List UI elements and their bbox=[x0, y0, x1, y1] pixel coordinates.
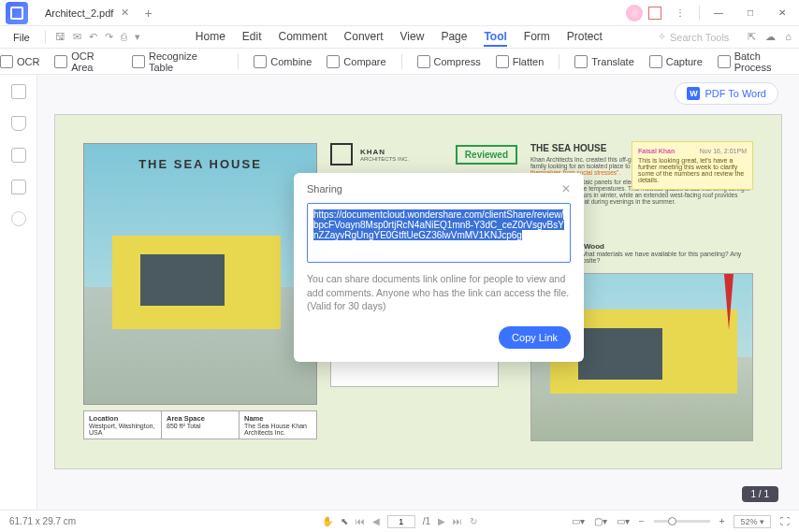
ocr-area-button[interactable]: OCR Area bbox=[54, 50, 117, 73]
reviewed-badge: Reviewed bbox=[456, 145, 517, 165]
tab-protect[interactable]: Protect bbox=[567, 28, 603, 47]
redo-icon[interactable]: ↷ bbox=[105, 31, 113, 43]
more-icon[interactable]: ▾ bbox=[135, 31, 140, 43]
tab-view[interactable]: View bbox=[400, 28, 425, 47]
rotate-icon[interactable]: ↻ bbox=[470, 516, 477, 526]
note-body: This is looking great, let's have a furt… bbox=[638, 157, 747, 183]
firm-name: KHAN bbox=[360, 148, 409, 156]
home-icon[interactable]: ⌂ bbox=[785, 31, 792, 43]
menubar: File 🖫 ✉ ↶ ↷ ⎙ ▾ Home Edit Comment Conve… bbox=[0, 26, 799, 49]
info-table: LocationWestport, Washington, USA Area S… bbox=[83, 410, 317, 439]
page-indicator-badge: 1 / 1 bbox=[742, 486, 778, 502]
search-sidebar-icon[interactable] bbox=[11, 211, 26, 226]
house-title: THE SEA HOUSE bbox=[84, 157, 316, 171]
compress-button[interactable]: Compress bbox=[417, 55, 481, 68]
compare-button[interactable]: Compare bbox=[327, 55, 385, 68]
prev-page-icon[interactable]: ◀ bbox=[372, 516, 380, 526]
pdf-to-word-button[interactable]: PDF To Word bbox=[675, 82, 778, 105]
sticky-note[interactable]: Faisal Khan Nov 16, 2:01PM This is looki… bbox=[632, 141, 753, 190]
first-page-icon[interactable]: ⏮ bbox=[356, 516, 365, 526]
dialog-close-icon[interactable]: ✕ bbox=[561, 182, 571, 195]
zoom-in-icon[interactable]: + bbox=[719, 516, 725, 526]
cloud-icon[interactable]: ☁ bbox=[765, 31, 776, 43]
add-tab-button[interactable]: + bbox=[144, 6, 152, 21]
statusbar: 61.71 x 29.7 cm ✋ ⬉ ⏮ ◀ /1 ▶ ⏭ ↻ ▭▾ ▢▾ ▭… bbox=[0, 510, 799, 532]
app-icon bbox=[6, 2, 28, 24]
dialog-title: Sharing bbox=[307, 183, 342, 194]
fullscreen-icon[interactable]: ⛶ bbox=[780, 516, 790, 526]
tab-page[interactable]: Page bbox=[441, 28, 467, 47]
document-canvas[interactable]: PDF To Word THE SEA HOUSE LocationWestpo… bbox=[37, 75, 799, 510]
tab-comment[interactable]: Comment bbox=[279, 28, 327, 47]
page-dimensions: 61.71 x 29.7 cm bbox=[9, 516, 76, 526]
tool-toolbar: OCR OCR Area Recognize Table Combine Com… bbox=[0, 49, 799, 75]
translate-button[interactable]: Translate bbox=[574, 55, 633, 68]
page-col-1: THE SEA HOUSE LocationWestport, Washingt… bbox=[83, 143, 317, 440]
bookmark-icon[interactable] bbox=[11, 116, 26, 131]
attachment-icon[interactable] bbox=[11, 180, 26, 194]
main-tabs: Home Edit Comment Convert View Page Tool… bbox=[196, 28, 603, 47]
zoom-slider[interactable] bbox=[654, 520, 710, 523]
magic-wand-icon: ✧ bbox=[658, 31, 666, 43]
recognize-table-button[interactable]: Recognize Table bbox=[132, 50, 223, 73]
firm-sub: ARCHITECTS INC. bbox=[360, 156, 409, 162]
tab-edit[interactable]: Edit bbox=[242, 28, 262, 47]
comment-panel-icon[interactable] bbox=[11, 148, 26, 163]
dialog-description: You can share documents link online for … bbox=[307, 272, 571, 313]
zoom-out-icon[interactable]: − bbox=[639, 516, 645, 526]
print-icon[interactable]: ✉ bbox=[73, 31, 81, 43]
hand-tool-icon[interactable]: ✋ bbox=[322, 516, 333, 526]
page-number-input[interactable] bbox=[387, 515, 415, 528]
tab-tool[interactable]: Tool bbox=[484, 28, 506, 47]
capture-button[interactable]: Capture bbox=[649, 55, 703, 68]
tab-title: Architect_2.pdf bbox=[45, 7, 113, 19]
next-page-icon[interactable]: ▶ bbox=[438, 516, 445, 526]
tab-convert[interactable]: Convert bbox=[344, 28, 384, 47]
tab-home[interactable]: Home bbox=[196, 28, 225, 47]
share-icon[interactable]: ⇱ bbox=[748, 31, 756, 43]
account-avatar[interactable] bbox=[626, 5, 643, 22]
thumbnails-icon[interactable] bbox=[11, 84, 26, 99]
share-url-field[interactable]: https://documentcloud.wondershare.com/cl… bbox=[307, 203, 571, 263]
view-mode-icon[interactable]: ▢▾ bbox=[594, 516, 607, 526]
sharing-dialog: Sharing ✕ https://documentcloud.wondersh… bbox=[294, 173, 584, 362]
print2-icon[interactable]: ⎙ bbox=[121, 31, 127, 43]
zoom-value[interactable]: 52% ▾ bbox=[734, 515, 771, 528]
document-tab[interactable]: Architect_2.pdf ✕ bbox=[36, 3, 138, 22]
minimize-button[interactable]: — bbox=[705, 4, 732, 22]
ocr-button[interactable]: OCR bbox=[0, 55, 39, 68]
file-menu[interactable]: File bbox=[7, 30, 36, 45]
reading-mode-icon[interactable]: ▭▾ bbox=[617, 516, 630, 526]
sidebar bbox=[0, 75, 37, 510]
share-url-text: https://documentcloud.wondershare.com/cl… bbox=[313, 209, 564, 240]
tab-form[interactable]: Form bbox=[524, 28, 550, 47]
maximize-button[interactable]: □ bbox=[737, 4, 763, 22]
undo-icon[interactable]: ↶ bbox=[89, 31, 97, 43]
combine-button[interactable]: Combine bbox=[254, 55, 312, 68]
copy-link-button[interactable]: Copy Link bbox=[499, 326, 571, 349]
search-placeholder: Search Tools bbox=[670, 32, 729, 43]
fit-width-icon[interactable]: ▭▾ bbox=[572, 516, 585, 526]
house-render-1: THE SEA HOUSE bbox=[83, 143, 317, 405]
close-tab-icon[interactable]: ✕ bbox=[121, 7, 129, 19]
search-tools[interactable]: ✧ Search Tools bbox=[658, 31, 729, 43]
last-page-icon[interactable]: ⏭ bbox=[453, 516, 462, 526]
close-window-button[interactable]: ✕ bbox=[769, 4, 795, 22]
note-user: Faisal Khan bbox=[638, 148, 675, 154]
titlebar: Architect_2.pdf ✕ + ⋮ — □ ✕ bbox=[0, 0, 799, 26]
firm-logo-icon bbox=[330, 143, 353, 165]
flatten-button[interactable]: Flatten bbox=[496, 55, 545, 68]
arrow-annotation-icon bbox=[724, 274, 734, 330]
page-total: /1 bbox=[423, 516, 430, 526]
notification-icon[interactable] bbox=[648, 7, 661, 20]
batch-process-button[interactable]: Batch Process bbox=[718, 50, 799, 73]
kebab-menu-icon[interactable]: ⋮ bbox=[667, 4, 693, 22]
note-time: Nov 16, 2:01PM bbox=[700, 148, 747, 154]
workspace: PDF To Word THE SEA HOUSE LocationWestpo… bbox=[0, 75, 799, 510]
select-tool-icon[interactable]: ⬉ bbox=[341, 516, 348, 526]
save-icon[interactable]: 🖫 bbox=[55, 31, 65, 43]
